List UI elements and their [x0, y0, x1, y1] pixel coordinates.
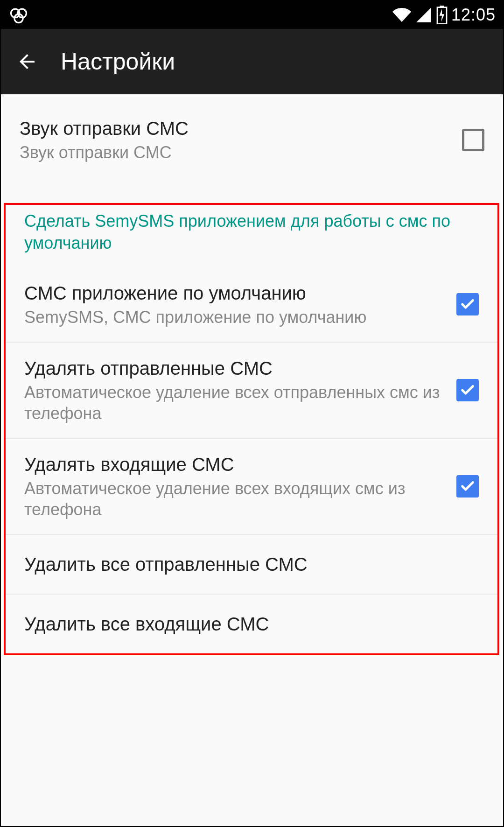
action-delete-all-sent[interactable]: Удалить все отправленные СМС [6, 535, 497, 594]
setting-subtitle: Автоматическое удаление всех входящих см… [24, 478, 447, 520]
status-time: 12:05 [451, 5, 496, 25]
setting-title: Удалить все отправленные СМС [24, 553, 469, 576]
checkbox-checked[interactable] [456, 379, 479, 401]
app-status-icon [8, 5, 29, 25]
action-delete-all-incoming[interactable]: Удалить все входящие СМС [6, 595, 497, 653]
setting-sound-send[interactable]: Звук отправки СМС Звук отправки СМС [1, 95, 503, 188]
setting-default-sms-app[interactable]: СМС приложение по умолчанию SemySMS, СМС… [6, 267, 497, 342]
section-header: Сделать SemySMS приложением для работы с… [6, 205, 497, 267]
app-bar: Настройки [1, 29, 503, 94]
status-bar: 12:05 [1, 1, 503, 29]
svg-rect-4 [440, 6, 444, 7]
highlighted-section: Сделать SemySMS приложением для работы с… [4, 203, 499, 655]
setting-subtitle: SemySMS, СМС приложение по умолчанию [24, 307, 447, 328]
setting-title: СМС приложение по умолчанию [24, 281, 447, 305]
checkbox-unchecked[interactable] [462, 129, 484, 151]
setting-title: Удалять отправленные СМС [24, 357, 447, 380]
setting-subtitle: Звук отправки СМС [20, 142, 453, 163]
setting-title: Удалять входящие СМС [24, 453, 447, 476]
setting-delete-incoming[interactable]: Удалять входящие СМС Автоматическое удал… [6, 439, 497, 534]
setting-subtitle: Автоматическое удаление всех отправленны… [24, 382, 447, 424]
back-button[interactable] [14, 49, 40, 75]
wifi-icon [392, 6, 411, 24]
battery-charging-icon [436, 6, 448, 24]
signal-icon [415, 6, 433, 24]
setting-title: Звук отправки СМС [20, 117, 453, 140]
checkbox-checked[interactable] [456, 293, 479, 315]
setting-delete-sent[interactable]: Удалять отправленные СМС Автоматическое … [6, 343, 497, 438]
setting-title: Удалить все входящие СМС [24, 612, 469, 636]
page-title: Настройки [61, 48, 175, 75]
checkbox-checked[interactable] [456, 475, 479, 498]
